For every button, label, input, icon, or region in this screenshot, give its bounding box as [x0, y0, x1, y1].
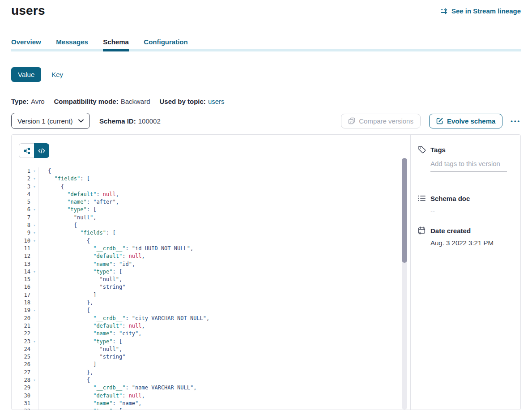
collapse-arrow-icon[interactable]: ▾: [30, 183, 38, 191]
collapse-arrow-icon[interactable]: ▾: [30, 268, 38, 276]
value-toggle-button[interactable]: Value: [11, 67, 41, 82]
line-number: 30: [19, 392, 30, 400]
code-line: 17 ]: [19, 291, 410, 299]
schema-view-toggle: [19, 143, 49, 158]
code-line: 25 "string": [19, 353, 410, 361]
code-text: {: [38, 222, 77, 229]
schema-part-toggle: Value Key: [11, 67, 521, 82]
gutter-spacer: [30, 291, 38, 299]
line-number: 32: [19, 407, 30, 410]
collapse-arrow-icon[interactable]: ▾: [30, 376, 38, 384]
tags-title: Tags: [430, 146, 446, 154]
code-text: "string": [38, 283, 125, 291]
code-line: 13 "name": "id",: [19, 261, 410, 268]
collapse-arrow-icon[interactable]: ▾: [30, 222, 38, 229]
line-number: 26: [19, 361, 30, 368]
code-line: 12 "default": null,: [19, 252, 410, 260]
more-actions-button[interactable]: •••: [511, 118, 521, 124]
line-number: 27: [19, 369, 30, 376]
schema-doc-section: Schema doc --: [418, 194, 513, 214]
collapse-arrow-icon[interactable]: ▾: [30, 206, 38, 214]
code-line: 21 "default": null,: [19, 322, 410, 330]
code-text: "fields": [: [38, 175, 90, 183]
code-scrollbar[interactable]: [402, 158, 407, 410]
schema-actions: Compare versions Evolve schema •••: [341, 114, 521, 128]
code-lines: 1▾{2▾ "fields": [3▾ {4 "default": null,5…: [19, 167, 410, 410]
tab-schema[interactable]: Schema: [103, 38, 129, 51]
tab-overview[interactable]: Overview: [11, 38, 41, 51]
line-number: 11: [19, 245, 30, 252]
version-select[interactable]: Version 1 (current): [11, 113, 90, 129]
schema-meta: Type:Avro Compatibility mode:Backward Us…: [11, 98, 521, 105]
gutter-spacer: [30, 276, 38, 283]
collapse-arrow-icon[interactable]: ▾: [30, 338, 38, 346]
meta-type: Type:Avro: [11, 98, 44, 105]
add-tags-input[interactable]: [430, 160, 507, 171]
tab-configuration[interactable]: Configuration: [144, 38, 187, 51]
line-number: 29: [19, 384, 30, 392]
collapse-arrow-icon[interactable]: ▾: [30, 229, 38, 237]
gutter-spacer: [30, 245, 38, 252]
code-text: "null",: [38, 214, 96, 222]
line-number: 13: [19, 261, 30, 268]
code-text: "name": "name",: [38, 400, 142, 407]
tab-messages[interactable]: Messages: [56, 38, 88, 51]
stream-lineage-link[interactable]: See in Stream lineage: [441, 7, 521, 15]
code-line: 26 ]: [19, 361, 410, 368]
page-title: users: [11, 4, 45, 18]
code-text: "name": "id",: [38, 261, 135, 268]
line-number: 1: [19, 167, 30, 175]
code-line: 11 "__crdb__": "id UUID NOT NULL",: [19, 245, 410, 252]
gutter-spacer: [30, 299, 38, 307]
code-text: ]: [38, 291, 96, 299]
date-created-title: Date created: [430, 227, 471, 235]
compare-versions-icon: [348, 117, 355, 124]
code-view-button[interactable]: [34, 143, 49, 158]
line-number: 5: [19, 198, 30, 206]
code-text: "name": "city",: [38, 330, 142, 337]
collapse-arrow-icon[interactable]: ▾: [30, 175, 38, 183]
line-number: 21: [19, 322, 30, 330]
tree-view-button[interactable]: [19, 143, 34, 158]
tab-bar: Overview Messages Schema Configuration: [11, 38, 521, 51]
code-text: "default": null,: [38, 252, 145, 260]
code-line: 4 "default": null,: [19, 191, 410, 198]
code-text: "default": null,: [38, 392, 145, 400]
compare-versions-button[interactable]: Compare versions: [341, 114, 421, 128]
gutter-spacer: [30, 191, 38, 198]
line-number: 6: [19, 206, 30, 214]
collapse-arrow-icon[interactable]: ▾: [30, 237, 38, 245]
code-text: "__crdb__": "id UUID NOT NULL",: [38, 245, 193, 252]
code-text: "__crdb__": "name VARCHAR NULL",: [38, 384, 196, 392]
topic-link[interactable]: users: [208, 98, 225, 105]
meta-compatibility: Compatibility mode:Backward: [54, 98, 150, 105]
collapse-arrow-icon[interactable]: ▾: [30, 167, 38, 175]
collapse-arrow-icon[interactable]: ▾: [30, 307, 38, 314]
collapse-arrow-icon[interactable]: ▾: [30, 407, 38, 410]
line-number: 16: [19, 283, 30, 291]
gutter-spacer: [30, 261, 38, 268]
code-line: 24 "null",: [19, 346, 410, 353]
gutter-spacer: [30, 214, 38, 222]
line-number: 24: [19, 346, 30, 353]
schema-doc-title: Schema doc: [430, 195, 470, 202]
code-line: 18 },: [19, 299, 410, 307]
gutter-spacer: [30, 346, 38, 353]
key-toggle-button[interactable]: Key: [51, 71, 63, 78]
line-number: 3: [19, 183, 30, 191]
code-text: {: [38, 183, 64, 191]
gutter-spacer: [30, 252, 38, 260]
date-created-value: Aug. 3 2022 3:21 PM: [430, 239, 513, 247]
meta-used-by-topic: Used by topic:users: [160, 98, 225, 105]
code-text: "string": [38, 353, 125, 361]
version-select-value: Version 1 (current): [17, 117, 72, 125]
sidebar-divider: [423, 182, 512, 182]
schema-doc-value: --: [430, 207, 513, 214]
line-number: 14: [19, 268, 30, 276]
version-sidebar: Tags Schema doc --: [410, 135, 520, 410]
list-icon: [418, 194, 426, 202]
scrollbar-thumb[interactable]: [402, 158, 407, 263]
gutter-spacer: [30, 322, 38, 330]
gutter-spacer: [30, 198, 38, 206]
evolve-schema-button[interactable]: Evolve schema: [429, 114, 502, 128]
